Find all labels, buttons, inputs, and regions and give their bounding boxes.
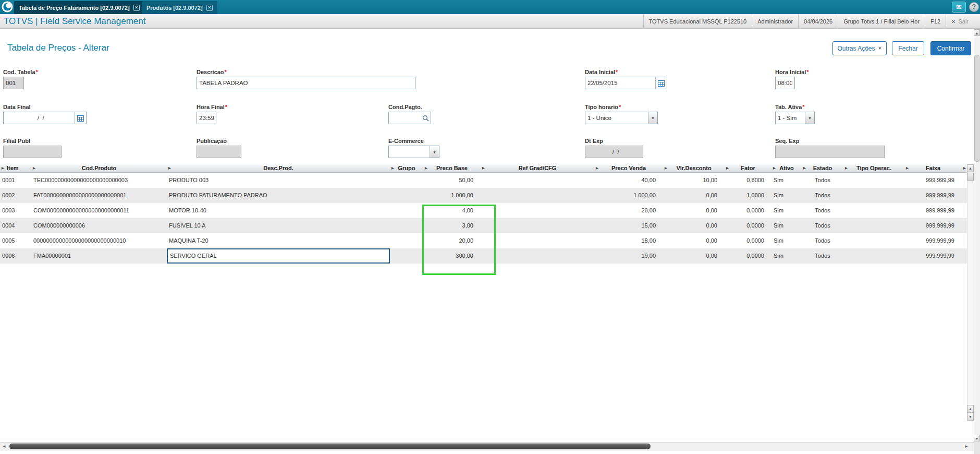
cell-preco_base[interactable]: 300,00	[423, 248, 481, 264]
cell-faixa[interactable]: 999.999,99	[904, 248, 962, 264]
search-icon[interactable]	[420, 112, 431, 124]
scroll-left-button[interactable]: ◄	[1, 444, 7, 450]
cell-faixa[interactable]: 999.999,99	[904, 188, 962, 203]
publicacao-input[interactable]	[197, 146, 241, 158]
cell-faixa[interactable]: 999.999,99	[904, 233, 962, 248]
cell-preco_venda[interactable]: 15,00	[594, 218, 663, 233]
cell-cod_produto[interactable]: FAT00000000000000000000000001	[31, 188, 167, 203]
cell-cod_produto[interactable]: TEC00000000000000000000000003	[31, 173, 167, 188]
cell-preco_base[interactable]: 1.000,00	[423, 188, 481, 203]
cell-desc_prod[interactable]: FUSIVEL 10 A	[167, 218, 390, 233]
column-header-preco_venda[interactable]: ▶Preco Venda	[594, 164, 663, 173]
dt-exp-input[interactable]	[585, 146, 643, 158]
cell-cod_produto[interactable]: COM000000000006	[31, 218, 167, 233]
column-header-fator[interactable]: ▶Fator	[725, 164, 771, 173]
cell-m[interactable]	[962, 173, 967, 188]
grid-vertical-scrollbar-thumb[interactable]	[967, 173, 974, 181]
f12-button[interactable]: F12	[925, 14, 946, 29]
cell-ref_grad[interactable]	[481, 218, 594, 233]
cell-fator[interactable]: 0,0000	[725, 233, 771, 248]
cell-estado[interactable]: Todos	[802, 203, 843, 218]
chevron-down-icon[interactable]: ▼	[430, 146, 439, 158]
fechar-button[interactable]: Fechar	[892, 41, 924, 55]
column-header-m[interactable]: ▶M	[962, 164, 967, 173]
cell-fator[interactable]: 0,0000	[725, 218, 771, 233]
data-final-input[interactable]	[4, 112, 75, 124]
cell-cod_produto[interactable]: FMA00000001	[31, 248, 167, 264]
cell-cod_produto[interactable]: COM00000000000000000000000011	[31, 203, 167, 218]
confirmar-button[interactable]: Confirmar	[930, 41, 971, 55]
cell-ativo[interactable]: Sim	[771, 173, 802, 188]
scroll-up-button[interactable]: ▲	[967, 164, 974, 172]
cell-tipo_operac[interactable]	[843, 248, 904, 264]
cell-ativo[interactable]: Sim	[771, 188, 802, 203]
cell-fator[interactable]: 1,0000	[725, 188, 771, 203]
cell-desc_prod[interactable]: MOTOR 10-40	[167, 203, 390, 218]
cell-item[interactable]: 0006	[0, 248, 31, 264]
grid-vertical-scrollbar[interactable]	[967, 164, 974, 421]
scroll-up-button[interactable]: ▲	[967, 405, 974, 413]
cell-cod_produto[interactable]: 00000000000000000000000000010	[31, 233, 167, 248]
table-row[interactable]: 0002FAT00000000000000000000000001PRODUTO…	[0, 188, 967, 203]
column-header-cod_produto[interactable]: ▶Cod.Produto	[31, 164, 167, 173]
branch-label[interactable]: Grupo Totvs 1 / Filial Belo Hor	[838, 14, 925, 29]
cell-ref_grad[interactable]	[481, 188, 594, 203]
column-header-ativo[interactable]: ▶Ativo	[771, 164, 802, 173]
cell-vlr_desconto[interactable]: 10,00	[663, 173, 725, 188]
close-tab-icon[interactable]: ✕	[133, 5, 140, 11]
outras-acoes-button[interactable]: Outras Ações ▼	[832, 41, 887, 55]
cell-preco_venda[interactable]: 19,00	[594, 248, 663, 264]
cell-faixa[interactable]: 999.999,99	[904, 218, 962, 233]
column-header-estado[interactable]: ▶Estado	[802, 164, 843, 173]
column-header-desc_prod[interactable]: ▶Desc.Prod.	[167, 164, 390, 173]
seq-exp-input[interactable]	[775, 146, 885, 158]
cell-desc_prod[interactable]: PRODUTO FATURAMENTO PADRAO	[167, 188, 390, 203]
mail-button[interactable]: ✉	[952, 2, 966, 13]
cell-preco_base[interactable]: 3,00	[423, 218, 481, 233]
cell-ref_grad[interactable]	[481, 233, 594, 248]
exit-button[interactable]: ✕ Sair	[946, 14, 974, 29]
data-inicial-input[interactable]	[585, 77, 655, 89]
column-header-grupo[interactable]: ▶Grupo	[390, 164, 423, 173]
tipo-horario-select[interactable]: 1 - Unico ▼	[585, 112, 658, 124]
cell-grupo[interactable]	[390, 248, 423, 264]
cell-tipo_operac[interactable]	[843, 173, 904, 188]
tab-tabela-preco-faturamento[interactable]: Tabela de Preço Faturamento [02.9.0072] …	[14, 1, 144, 14]
cod-tabela-input[interactable]	[3, 77, 24, 89]
help-button[interactable]: ?	[969, 2, 979, 12]
cond-pagto-input[interactable]	[389, 112, 420, 124]
cell-item[interactable]: 0002	[0, 188, 31, 203]
cell-grupo[interactable]	[390, 203, 423, 218]
cell-vlr_desconto[interactable]: 0,00	[663, 248, 725, 264]
cell-m[interactable]	[962, 218, 967, 233]
cell-ref_grad[interactable]	[481, 173, 594, 188]
cell-m[interactable]	[962, 203, 967, 218]
cell-tipo_operac[interactable]	[843, 188, 904, 203]
cell-ativo[interactable]: Sim	[771, 218, 802, 233]
scroll-down-button[interactable]: ▼	[967, 413, 974, 421]
cell-item[interactable]: 0004	[0, 218, 31, 233]
filial-publ-input[interactable]	[3, 146, 62, 158]
cell-fator[interactable]: 0,0000	[725, 248, 771, 264]
cell-tipo_operac[interactable]	[843, 203, 904, 218]
cell-estado[interactable]: Todos	[802, 248, 843, 264]
cell-estado[interactable]: Todos	[802, 173, 843, 188]
cell-vlr_desconto[interactable]: 0,00	[663, 218, 725, 233]
cell-estado[interactable]: Todos	[802, 233, 843, 248]
cell-desc_prod[interactable]: PRODUTO 003	[167, 173, 390, 188]
ecommerce-select[interactable]: ▼	[388, 146, 439, 158]
hora-inicial-input[interactable]	[775, 77, 795, 89]
tab-produtos[interactable]: Produtos [02.9.0072] ✕	[142, 1, 217, 14]
cell-grupo[interactable]	[390, 188, 423, 203]
cell-ativo[interactable]: Sim	[771, 203, 802, 218]
cell-desc_prod[interactable]: MAQUINA T-20	[167, 233, 390, 248]
cell-ativo[interactable]: Sim	[771, 248, 802, 264]
table-row[interactable]: 0001TEC00000000000000000000000003PRODUTO…	[0, 173, 967, 188]
cell-vlr_desconto[interactable]: 0,00	[663, 203, 725, 218]
column-header-ref_grad[interactable]: ▶Ref Grad/CFG	[481, 164, 594, 173]
calendar-icon[interactable]	[75, 112, 86, 124]
page-vertical-scrollbar-thumb[interactable]	[974, 55, 979, 162]
cell-item[interactable]: 0005	[0, 233, 31, 248]
cell-preco_venda[interactable]: 18,00	[594, 233, 663, 248]
cell-preco_venda[interactable]: 1.000,00	[594, 188, 663, 203]
